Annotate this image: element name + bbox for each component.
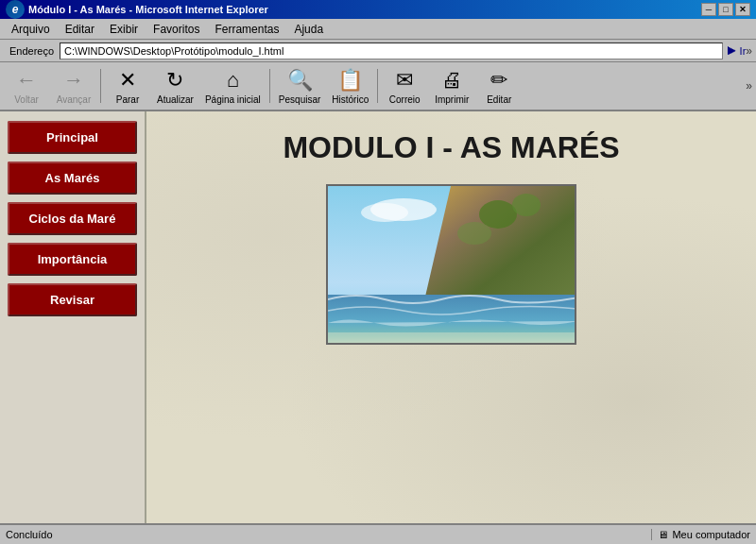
edit-label: Editar xyxy=(487,94,511,105)
toolbar: ← Voltar → Avançar ✕ Parar ↻ Atualizar ⌂… xyxy=(0,62,756,111)
title-bar: e Módulo I - As Marés - Microsoft Intern… xyxy=(0,0,756,19)
menu-ajuda[interactable]: Ajuda xyxy=(286,21,331,38)
edit-icon: ✏ xyxy=(490,68,507,93)
mail-button[interactable]: ✉ Correio xyxy=(382,65,427,107)
refresh-button[interactable]: ↻ Atualizar xyxy=(152,65,198,107)
home-button[interactable]: ⌂ Página inicial xyxy=(200,65,266,107)
page-title: MODULO I - AS MARÉS xyxy=(283,130,619,165)
svg-point-5 xyxy=(479,200,517,229)
menu-bar: Arquivo Editar Exibir Favoritos Ferramen… xyxy=(0,19,756,40)
print-label: Imprimir xyxy=(435,94,469,105)
sidebar-item-ciclos-mare[interactable]: Ciclos da Maré xyxy=(8,202,137,235)
refresh-icon: ↻ xyxy=(166,68,183,93)
menu-arquivo[interactable]: Arquivo xyxy=(4,21,58,38)
sidebar: Principal As Marés Ciclos da Maré Import… xyxy=(0,111,146,523)
beach-image xyxy=(326,184,576,345)
home-icon: ⌂ xyxy=(227,68,239,93)
computer-label: Meu computador xyxy=(672,529,750,540)
mail-icon: ✉ xyxy=(396,68,413,93)
print-button[interactable]: 🖨 Imprimir xyxy=(429,65,474,107)
status-text: Concluído xyxy=(6,529,53,540)
menu-editar[interactable]: Editar xyxy=(58,21,102,38)
sidebar-item-as-mares[interactable]: As Marés xyxy=(8,162,137,195)
svg-point-7 xyxy=(457,222,491,245)
svg-rect-9 xyxy=(328,332,576,345)
mail-label: Correio xyxy=(389,94,421,105)
refresh-label: Atualizar xyxy=(157,94,194,105)
window-controls: ─ □ ✕ xyxy=(701,3,750,16)
stop-label: Parar xyxy=(116,94,139,105)
beach-scene-svg xyxy=(328,186,576,345)
main-area: Principal As Marés Ciclos da Maré Import… xyxy=(0,111,756,523)
go-button[interactable]: ⯈ Ir xyxy=(727,45,747,57)
status-right: 🖥 Meu computador xyxy=(651,529,750,540)
status-left: Concluído xyxy=(6,529,53,540)
stop-icon: ✕ xyxy=(119,68,136,93)
forward-icon: → xyxy=(63,68,84,93)
address-bar: Endereço ⯈ Ir » xyxy=(0,40,756,62)
history-icon: 📋 xyxy=(337,68,363,93)
search-button[interactable]: 🔍 Pesquisar xyxy=(274,65,325,107)
sidebar-item-revisar[interactable]: Revisar xyxy=(8,283,137,316)
back-label: Voltar xyxy=(14,94,39,105)
close-button[interactable]: ✕ xyxy=(735,3,750,16)
back-button[interactable]: ← Voltar xyxy=(4,65,49,107)
maximize-button[interactable]: □ xyxy=(718,3,733,16)
minimize-button[interactable]: ─ xyxy=(701,3,716,16)
sidebar-item-importancia[interactable]: Importância xyxy=(8,243,137,276)
ie-logo-icon: e xyxy=(6,0,25,19)
history-button[interactable]: 📋 Histórico xyxy=(327,65,373,107)
address-label: Endereço xyxy=(4,45,60,57)
window-title: Módulo I - As Marés - Microsoft Internet… xyxy=(28,4,268,15)
search-label: Pesquisar xyxy=(279,94,320,105)
title-bar-left: e Módulo I - As Marés - Microsoft Intern… xyxy=(6,0,268,19)
home-label: Página inicial xyxy=(205,94,261,105)
forward-label: Avançar xyxy=(57,94,92,105)
menu-ferramentas[interactable]: Ferramentas xyxy=(207,21,286,38)
menu-favoritos[interactable]: Favoritos xyxy=(146,21,207,38)
toolbar-extra-icon: » xyxy=(746,79,752,93)
address-input[interactable] xyxy=(60,42,722,60)
edit-button[interactable]: ✏ Editar xyxy=(476,65,522,107)
svg-point-6 xyxy=(512,194,541,216)
stop-button[interactable]: ✕ Parar xyxy=(105,65,150,107)
toolbar-separator-2 xyxy=(269,69,270,103)
toolbar-separator-1 xyxy=(100,69,101,103)
forward-button[interactable]: → Avançar xyxy=(51,65,96,107)
print-icon: 🖨 xyxy=(441,68,462,93)
toolbar-separator-3 xyxy=(377,69,378,103)
content-area: MODULO I - AS MARÉS xyxy=(146,111,756,523)
back-icon: ← xyxy=(16,68,37,93)
menu-exibir[interactable]: Exibir xyxy=(102,21,146,38)
svg-point-2 xyxy=(361,203,408,222)
toolbar-more-icon: » xyxy=(746,44,752,58)
search-icon: 🔍 xyxy=(287,68,313,93)
status-bar: Concluído 🖥 Meu computador xyxy=(0,523,756,544)
sidebar-item-principal[interactable]: Principal xyxy=(8,121,137,154)
history-label: Histórico xyxy=(332,94,369,105)
computer-icon: 🖥 xyxy=(658,529,668,540)
